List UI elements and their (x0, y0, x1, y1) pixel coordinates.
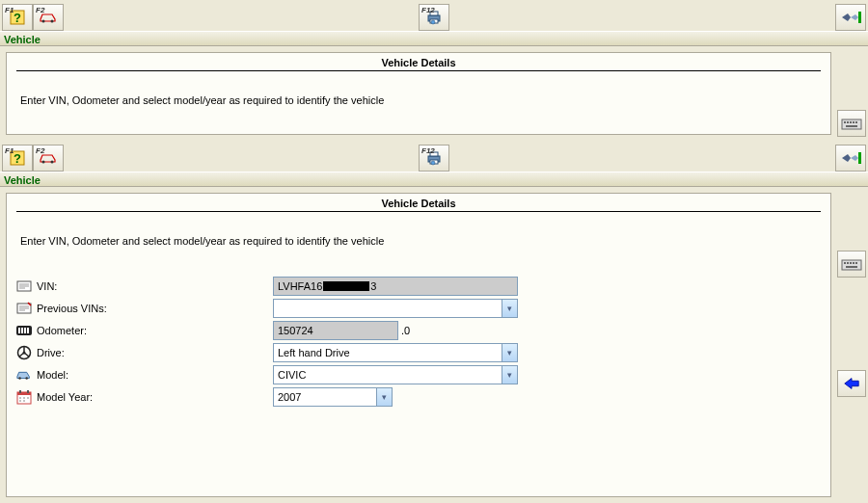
section-header: Vehicle (0, 31, 868, 46)
odometer-icon (16, 323, 32, 338)
svg-rect-10 (844, 121, 846, 123)
keyboard-icon (841, 117, 862, 130)
svg-rect-44 (853, 262, 854, 264)
svg-rect-12 (850, 121, 852, 123)
model-combo[interactable]: CIVIC ▾ (273, 365, 518, 384)
svg-rect-40 (842, 260, 861, 270)
svg-point-18 (42, 161, 45, 164)
prev-vins-icon (16, 301, 32, 316)
svg-point-34 (18, 377, 20, 379)
instruction-text: Enter VIN, Odometer and select model/yea… (20, 235, 821, 247)
svg-rect-24 (858, 152, 861, 164)
connector-icon (840, 10, 861, 25)
vin-icon (16, 278, 32, 294)
vin-input[interactable]: LVHFA163 (273, 277, 518, 296)
connection-button[interactable] (835, 4, 866, 31)
svg-rect-45 (855, 262, 857, 264)
chevron-down-icon: ▾ (502, 344, 517, 361)
help-button[interactable]: F1 ? (2, 4, 33, 31)
svg-rect-39 (27, 390, 29, 393)
svg-rect-30 (24, 328, 26, 333)
model-icon (16, 367, 32, 383)
vehicle-details-panel: Vehicle Details Enter VIN, Odometer and … (6, 193, 831, 497)
vin-label: VIN: (37, 280, 273, 292)
svg-rect-28 (18, 328, 20, 333)
instruction-text: Enter VIN, Odometer and select model/yea… (20, 94, 821, 106)
svg-rect-13 (853, 121, 854, 123)
fkey-label: F12 (421, 146, 435, 155)
model-year-combo[interactable]: 2007 ▾ (273, 387, 393, 407)
panel-title: Vehicle Details (16, 57, 821, 70)
model-year-icon (16, 389, 32, 405)
svg-rect-38 (19, 390, 21, 393)
connector-icon (840, 150, 861, 166)
print-button[interactable]: F12 (419, 4, 449, 31)
fkey-label: F2 (36, 6, 44, 14)
chevron-down-icon: ▾ (376, 388, 392, 406)
drive-label: Drive: (37, 347, 273, 358)
odometer-suffix: .0 (401, 325, 410, 336)
svg-point-7 (431, 20, 435, 24)
svg-point-35 (25, 377, 27, 379)
toolbar-bottom: F1 ? F2 F12 (0, 141, 868, 172)
toolbar-top: F1 ? F2 F12 (0, 0, 868, 31)
model-value: CIVIC (278, 369, 306, 381)
svg-point-3 (51, 20, 54, 23)
model-label: Model: (37, 369, 273, 381)
fkey-label: F12 (421, 6, 435, 14)
chevron-down-icon: ▾ (502, 366, 517, 384)
redacted (323, 281, 369, 291)
chevron-down-icon: ▾ (502, 300, 517, 317)
model-year-value: 2007 (278, 391, 301, 403)
section-header: Vehicle (0, 172, 868, 187)
svg-point-19 (51, 161, 54, 164)
print-button[interactable]: F12 (419, 145, 449, 172)
svg-point-23 (431, 161, 435, 165)
arrow-left-icon (843, 377, 860, 390)
drive-value: Left hand Drive (278, 347, 350, 358)
connection-button[interactable] (835, 145, 866, 172)
svg-point-2 (42, 20, 45, 23)
keyboard-button[interactable] (837, 251, 866, 278)
vehicle-button[interactable]: F2 (33, 145, 64, 172)
svg-rect-14 (855, 121, 857, 123)
back-button[interactable] (837, 370, 866, 397)
svg-rect-42 (847, 262, 849, 264)
help-button[interactable]: F1 ? (2, 145, 33, 172)
svg-rect-8 (858, 12, 861, 23)
odometer-input[interactable] (273, 321, 398, 340)
drive-combo[interactable]: Left hand Drive ▾ (273, 343, 518, 362)
svg-rect-29 (21, 328, 23, 333)
svg-rect-15 (846, 125, 857, 127)
svg-rect-9 (842, 119, 861, 129)
keyboard-button[interactable] (837, 110, 866, 137)
prev-vins-label: Previous VINs: (37, 303, 273, 314)
fkey-label: F1 (5, 6, 14, 14)
svg-rect-11 (847, 121, 849, 123)
odometer-label: Odometer: (37, 325, 273, 336)
svg-rect-43 (850, 262, 852, 264)
svg-rect-41 (844, 262, 846, 264)
prev-vins-combo[interactable]: ▾ (273, 299, 518, 318)
panel-title: Vehicle Details (16, 198, 821, 211)
keyboard-icon (841, 257, 862, 271)
svg-rect-46 (846, 266, 857, 268)
model-year-label: Model Year: (37, 391, 273, 403)
vehicle-button[interactable]: F2 (33, 4, 64, 31)
svg-text:?: ? (14, 151, 21, 166)
fkey-label: F1 (5, 146, 14, 155)
fkey-label: F2 (36, 146, 44, 155)
svg-rect-31 (27, 328, 29, 333)
svg-text:?: ? (14, 11, 21, 25)
vehicle-details-panel: Vehicle Details Enter VIN, Odometer and … (6, 52, 831, 135)
drive-icon (16, 345, 32, 360)
